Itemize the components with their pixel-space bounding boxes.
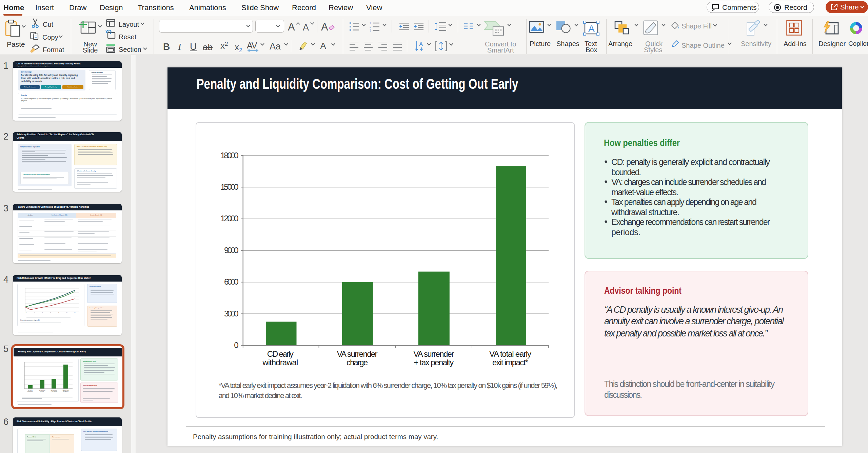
svg-text:13: 13 bbox=[74, 312, 76, 313]
svg-text:18000: 18000 bbox=[220, 151, 238, 160]
svg-text:annuity exit can involve a sur: annuity exit can involve a surrender cha… bbox=[604, 316, 784, 326]
svg-text:exit impact*: exit impact* bbox=[63, 391, 69, 392]
svg-text:exit impact*: exit impact* bbox=[492, 358, 528, 367]
svg-text:A: A bbox=[588, 23, 595, 34]
svg-text:6: 6 bbox=[50, 312, 51, 313]
svg-text:6000: 6000 bbox=[224, 277, 239, 286]
svg-text:VA surrender: VA surrender bbox=[413, 349, 454, 358]
svg-text:15000: 15000 bbox=[220, 182, 238, 191]
svg-text:2: 2 bbox=[370, 25, 371, 28]
svg-text:tax penalty and possible marke: tax penalty and possible market loss all… bbox=[604, 328, 768, 338]
svg-text:VA: charges can include surren: VA: charges can include surrender schedu… bbox=[611, 177, 766, 187]
svg-text:2: 2 bbox=[34, 312, 35, 313]
svg-text:charge: charge bbox=[347, 358, 368, 367]
svg-text:“A CD penalty is usually a kno: “A CD penalty is usually a known interes… bbox=[604, 305, 783, 315]
svg-text:withdrawal: withdrawal bbox=[262, 358, 298, 367]
svg-text:Exchange recommendations can r: Exchange recommendations can restart sur… bbox=[611, 217, 770, 227]
svg-text:8: 8 bbox=[58, 312, 59, 313]
svg-text:VA total early: VA total early bbox=[489, 349, 531, 358]
svg-text:Penalty and Liquidity Comparis: Penalty and Liquidity Comparison: Cost o… bbox=[197, 76, 518, 92]
svg-text:*VA total early exit impact as: *VA total early exit impact assumes year… bbox=[219, 381, 558, 390]
svg-text:VA surrender: VA surrender bbox=[337, 349, 378, 358]
svg-text:0: 0 bbox=[234, 341, 238, 350]
svg-text:withdrawal: withdrawal bbox=[27, 391, 33, 392]
svg-text:withdrawal structure.: withdrawal structure. bbox=[611, 207, 679, 217]
svg-text:12000: 12000 bbox=[220, 214, 238, 223]
svg-text:Tax penalties can apply depend: Tax penalties can apply depending on age… bbox=[611, 197, 757, 207]
svg-text:9000: 9000 bbox=[224, 246, 239, 255]
svg-text:10: 10 bbox=[66, 312, 67, 313]
svg-text:bounded.: bounded. bbox=[611, 167, 641, 177]
svg-text:1: 1 bbox=[370, 21, 371, 25]
svg-text:market-value effects.: market-value effects. bbox=[611, 187, 678, 197]
svg-text:periods.: periods. bbox=[611, 227, 640, 237]
svg-text:4: 4 bbox=[42, 312, 43, 313]
svg-text:+ tax penalty: + tax penalty bbox=[51, 391, 57, 392]
svg-text:0: 0 bbox=[26, 312, 27, 313]
svg-text:3: 3 bbox=[370, 29, 371, 32]
svg-text:CD early: CD early bbox=[267, 349, 294, 358]
svg-text:3000: 3000 bbox=[224, 309, 239, 318]
svg-text:A: A bbox=[419, 41, 423, 47]
svg-text:Advisor talking point: Advisor talking point bbox=[604, 285, 682, 296]
svg-text:charge: charge bbox=[40, 391, 44, 392]
svg-text:and 10% market decline at exit: and 10% market decline at exit. bbox=[219, 391, 302, 400]
svg-text:This distinction should be fro: This distinction should be front-and-cen… bbox=[604, 379, 775, 389]
svg-text:How penalties differ: How penalties differ bbox=[604, 137, 680, 148]
svg-text:CD: penalty is generally expli: CD: penalty is generally explicit and co… bbox=[611, 157, 770, 167]
svg-text:discussions.: discussions. bbox=[604, 390, 642, 399]
svg-text:+ tax penalty: + tax penalty bbox=[414, 358, 454, 367]
